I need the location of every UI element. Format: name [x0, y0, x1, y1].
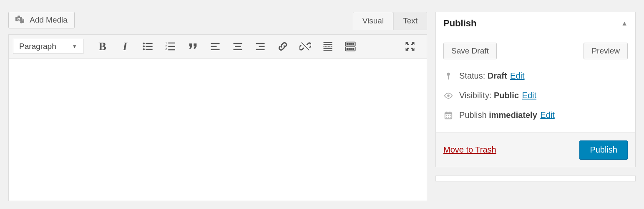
pin-icon	[443, 71, 453, 81]
status-label: Status:	[459, 71, 485, 80]
edit-schedule-link[interactable]: Edit	[540, 110, 554, 120]
publish-header: Publish ▲	[436, 12, 635, 35]
collapse-toggle-icon[interactable]: ▲	[621, 20, 628, 27]
svg-rect-35	[323, 48, 332, 49]
svg-point-4	[143, 43, 145, 45]
svg-rect-22	[256, 43, 264, 44]
svg-rect-27	[323, 44, 332, 45]
svg-rect-18	[211, 49, 219, 50]
svg-rect-38	[346, 43, 348, 45]
svg-rect-41	[352, 43, 354, 45]
svg-rect-33	[329, 46, 330, 46]
blockquote-button[interactable]	[183, 38, 203, 55]
format-selected: Paragraph	[19, 42, 56, 51]
link-button[interactable]	[273, 38, 293, 55]
svg-rect-39	[348, 43, 350, 45]
tab-visual[interactable]: Visual	[353, 12, 393, 30]
schedule-row: Publish immediately Edit	[443, 105, 628, 125]
visibility-label: Visibility:	[459, 91, 491, 100]
svg-rect-20	[235, 46, 241, 47]
editor-wrap: Paragraph ▼ B I 123	[8, 34, 427, 201]
move-to-trash-link[interactable]: Move to Trash	[443, 145, 496, 155]
publish-button[interactable]: Publish	[579, 140, 628, 159]
fullscreen-button[interactable]	[400, 38, 420, 55]
svg-rect-13	[168, 46, 175, 47]
svg-rect-46	[352, 48, 354, 50]
svg-rect-26	[323, 42, 332, 43]
toolbar-toggle-button[interactable]	[340, 38, 360, 55]
editor-column: Add Media Visual Text Paragraph ▼ B I 12…	[8, 0, 427, 201]
status-row: Status: Draft Edit	[443, 66, 628, 86]
publish-title: Publish	[443, 18, 476, 29]
publish-box: Publish ▲ Save Draft Preview Status: Dra…	[435, 12, 636, 167]
tab-text[interactable]: Text	[393, 12, 427, 30]
svg-rect-5	[146, 43, 152, 44]
svg-rect-55	[448, 115, 449, 116]
align-right-button[interactable]	[250, 38, 270, 55]
svg-rect-31	[326, 46, 327, 46]
svg-rect-40	[350, 43, 352, 45]
svg-rect-30	[325, 46, 326, 46]
svg-rect-34	[331, 46, 332, 46]
svg-point-49	[447, 94, 450, 97]
svg-rect-9	[146, 49, 152, 50]
svg-rect-3	[18, 16, 20, 17]
svg-rect-19	[233, 43, 242, 44]
svg-rect-58	[448, 117, 449, 117]
save-draft-button[interactable]: Save Draft	[443, 43, 497, 59]
svg-rect-57	[446, 117, 447, 117]
svg-rect-52	[446, 111, 447, 113]
svg-rect-48	[448, 75, 449, 79]
svg-point-2	[18, 18, 19, 20]
italic-button[interactable]: I	[115, 38, 135, 55]
schedule-label: Publish	[459, 110, 487, 120]
calendar-icon	[443, 111, 453, 120]
read-more-button[interactable]	[318, 38, 338, 55]
schedule-value: immediately	[489, 110, 537, 120]
svg-rect-59	[450, 117, 451, 117]
eye-icon	[443, 91, 453, 100]
editor-content-area[interactable]	[9, 59, 427, 201]
editor-toolbar: Paragraph ▼ B I 123	[9, 35, 427, 59]
status-value: Draft	[488, 71, 507, 80]
svg-rect-16	[211, 43, 219, 44]
svg-rect-51	[445, 112, 452, 114]
svg-rect-44	[348, 48, 350, 50]
chevron-down-icon: ▼	[72, 43, 77, 49]
svg-text:3: 3	[165, 47, 167, 51]
svg-rect-36	[323, 50, 332, 51]
visibility-row: Visibility: Public Edit	[443, 86, 628, 105]
align-left-button[interactable]	[205, 38, 225, 55]
visibility-value: Public	[494, 91, 519, 100]
edit-visibility-link[interactable]: Edit	[522, 91, 536, 100]
svg-rect-11	[168, 43, 175, 43]
svg-point-6	[143, 46, 145, 48]
unlink-button[interactable]	[295, 38, 315, 55]
add-media-button[interactable]: Add Media	[8, 12, 75, 28]
svg-rect-54	[446, 115, 447, 116]
svg-point-8	[143, 48, 145, 51]
preview-button[interactable]: Preview	[584, 43, 628, 59]
svg-rect-45	[350, 48, 352, 50]
camera-music-icon	[15, 15, 25, 25]
svg-rect-17	[211, 46, 216, 47]
svg-rect-56	[450, 115, 451, 116]
svg-rect-24	[256, 49, 264, 50]
svg-rect-23	[259, 46, 264, 47]
bullet-list-button[interactable]	[138, 38, 158, 55]
svg-rect-21	[233, 49, 242, 50]
edit-status-link[interactable]: Edit	[510, 71, 524, 80]
svg-rect-29	[323, 46, 324, 46]
svg-rect-53	[450, 111, 450, 113]
add-media-label: Add Media	[30, 15, 68, 25]
numbered-list-button[interactable]: 123	[160, 38, 180, 55]
bold-button[interactable]: B	[93, 38, 113, 55]
svg-rect-43	[346, 48, 348, 50]
format-dropdown[interactable]: Paragraph ▼	[13, 39, 83, 54]
svg-rect-15	[168, 49, 175, 50]
next-postbox	[435, 176, 636, 181]
align-center-button[interactable]	[228, 38, 248, 55]
svg-point-47	[447, 72, 450, 75]
editor-tabs: Visual Text	[353, 12, 427, 30]
svg-rect-7	[146, 46, 152, 47]
